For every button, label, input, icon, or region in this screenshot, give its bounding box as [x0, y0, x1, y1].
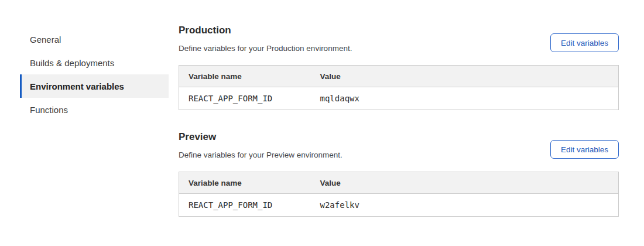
table-head: Variable name Value	[179, 172, 619, 194]
environment-variables-content: Production Define variables for your Pro…	[179, 0, 619, 217]
column-header-variable-name: Variable name	[179, 66, 311, 87]
table-head: Variable name Value	[179, 66, 619, 87]
section-description-production: Define variables for your Production env…	[179, 43, 352, 54]
column-header-variable-name: Variable name	[179, 172, 311, 194]
production-section: Production Define variables for your Pro…	[179, 25, 619, 110]
table-row: REACT_APP_FORM_ID mqldaqwx	[179, 87, 619, 110]
section-title-production: Production	[179, 25, 352, 36]
sidebar-item-environment-variables[interactable]: Environment variables	[20, 74, 169, 98]
section-description-preview: Define variables for your Preview enviro…	[179, 150, 342, 160]
table-body: REACT_APP_FORM_ID w2afelkv	[179, 194, 619, 217]
sidebar-item-builds-deployments[interactable]: Builds & deployments	[20, 51, 169, 74]
column-header-value: Value	[311, 66, 619, 87]
settings-page: General Builds & deployments Environment…	[0, 0, 644, 217]
variable-value-cell: w2afelkv	[311, 194, 619, 217]
sidebar-item-general[interactable]: General	[20, 28, 169, 51]
variable-value-cell: mqldaqwx	[311, 87, 619, 110]
table-header-row: Variable name Value	[179, 172, 619, 194]
variables-table-preview: Variable name Value REACT_APP_FORM_ID w2…	[179, 172, 619, 217]
sidebar-item-label: General	[30, 35, 61, 45]
sidebar-item-functions[interactable]: Functions	[20, 98, 169, 121]
variable-name-cell: REACT_APP_FORM_ID	[179, 87, 311, 110]
sidebar-item-label: Environment variables	[30, 81, 124, 91]
table-header-row: Variable name Value	[179, 66, 619, 87]
table-row: REACT_APP_FORM_ID w2afelkv	[179, 194, 619, 217]
table-body: REACT_APP_FORM_ID mqldaqwx	[179, 87, 619, 110]
preview-section-titles: Preview Define variables for your Previe…	[179, 131, 342, 160]
sidebar-item-label: Builds & deployments	[30, 58, 114, 68]
preview-section: Preview Define variables for your Previe…	[179, 131, 619, 217]
column-header-value: Value	[311, 172, 619, 194]
sidebar-item-label: Functions	[30, 105, 68, 115]
preview-section-header: Preview Define variables for your Previe…	[179, 131, 619, 160]
edit-variables-button-preview[interactable]: Edit variables	[550, 140, 619, 159]
section-title-preview: Preview	[179, 131, 342, 143]
production-section-header: Production Define variables for your Pro…	[179, 25, 619, 54]
production-section-titles: Production Define variables for your Pro…	[179, 25, 352, 54]
settings-sidebar: General Builds & deployments Environment…	[20, 28, 169, 121]
variables-table-production: Variable name Value REACT_APP_FORM_ID mq…	[179, 65, 619, 110]
edit-variables-button-production[interactable]: Edit variables	[550, 33, 619, 52]
variable-name-cell: REACT_APP_FORM_ID	[179, 194, 311, 217]
